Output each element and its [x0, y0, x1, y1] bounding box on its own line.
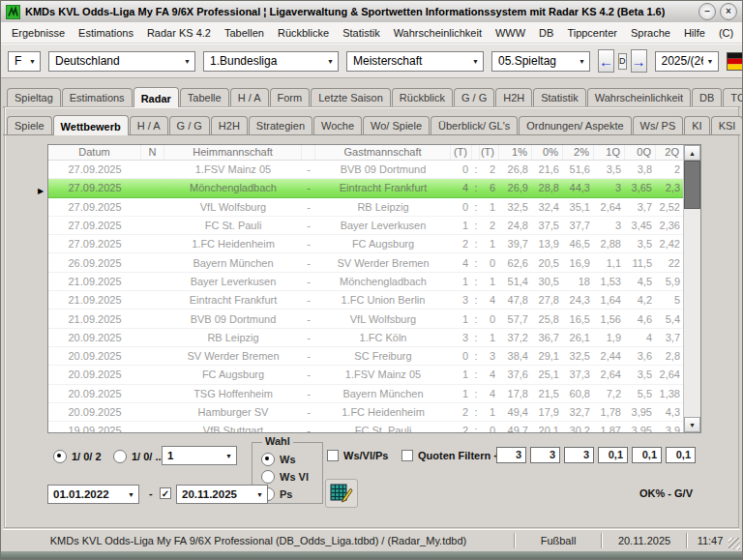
mode-radio-1-0-2[interactable]: 1/ 0/ 2: [53, 450, 102, 463]
scrollbar-down-button[interactable]: ▼: [684, 417, 700, 432]
table-row[interactable]: 21.09.2025Eintracht Frankfurt-1.FC Union…: [48, 291, 683, 309]
tab-ki[interactable]: KI: [684, 116, 709, 134]
tab-radar[interactable]: Radar: [134, 87, 179, 107]
quoten-filter-checkbox[interactable]: Quoten Filtern +/-: [401, 450, 506, 461]
tab-h-a[interactable]: H / A: [130, 116, 168, 134]
scrollbar-thumb[interactable]: [684, 161, 700, 209]
cell: 4: [451, 182, 472, 193]
tab-letzte-saison[interactable]: Letzte Saison: [311, 88, 391, 106]
season-combo[interactable]: 2025/(26) ▼: [655, 51, 719, 72]
wahl-radio-ps[interactable]: Ps: [261, 487, 322, 501]
tab-wettbewerb[interactable]: Wettbewerb: [53, 115, 129, 135]
table-row[interactable]: 21.09.2025Bayer Leverkusen-Mönchengladba…: [48, 273, 683, 291]
menu-item-c[interactable]: (C): [712, 25, 740, 41]
menubar: ErgebnisseEstimationsRadar KS 4.2Tabelle…: [1, 22, 742, 44]
combo-competition[interactable]: Meisterschaft▼: [346, 51, 484, 72]
next-arrow-button[interactable]: →: [631, 49, 647, 73]
minimize-button[interactable]: –: [698, 3, 716, 20]
table-row[interactable]: 27.09.2025Mönchengladbach-Eintracht Fran…: [48, 179, 683, 197]
wvp-checkbox[interactable]: Ws/Vl/Ps: [327, 450, 388, 461]
table-row[interactable]: 26.09.2025Bayern München-SV Werder Breme…: [48, 253, 683, 272]
quote-filter-input[interactable]: 0,1: [598, 447, 628, 463]
tab-h-a[interactable]: H / A: [230, 88, 269, 106]
close-button[interactable]: ×: [720, 3, 737, 20]
d-button[interactable]: D: [618, 53, 627, 70]
menu-item-wahrscheinlichkeit[interactable]: Wahrscheinlichkeit: [387, 25, 489, 41]
quote-filter-input[interactable]: 3: [496, 447, 526, 463]
quote-filter-input[interactable]: 0,1: [666, 447, 696, 463]
table-row[interactable]: 20.09.2025FC Augsburg-1.FSV Mainz 051:43…: [48, 366, 683, 384]
menu-item-sprache[interactable]: Sprache: [624, 25, 677, 41]
wahl-radio-ws-vl[interactable]: Ws Vl: [261, 470, 322, 484]
resize-grip[interactable]: [728, 538, 740, 549]
checkbox-label: Quoten Filtern +/-: [418, 450, 506, 461]
tab-woche[interactable]: Woche: [313, 116, 362, 134]
tab-ws-ps[interactable]: Ws/ PS: [633, 116, 684, 134]
tab-form[interactable]: Form: [270, 88, 311, 106]
combo-f[interactable]: F▼: [8, 51, 41, 72]
tab-spieltag[interactable]: Spieltag: [7, 88, 61, 106]
scrollbar-track[interactable]: [684, 209, 700, 417]
table-row[interactable]: 20.09.2025Hamburger SV-1.FC Heidenheim2:…: [48, 403, 683, 422]
table-row[interactable]: 27.09.20251.FC Heidenheim-FC Augsburg2:1…: [48, 235, 683, 253]
tab-h2h[interactable]: H2H: [495, 88, 532, 106]
menu-item-db[interactable]: DB: [532, 25, 560, 41]
scrollbar-up-button[interactable]: ▲: [684, 145, 700, 161]
cell: 18: [563, 276, 594, 287]
tab-wo-spiele[interactable]: Wo/ Spiele: [363, 116, 430, 134]
combo-country[interactable]: Deutschland▼: [48, 51, 195, 72]
table-row[interactable]: 20.09.2025SV Werder Bremen-SC Freiburg0:…: [48, 347, 683, 366]
mode-combo[interactable]: 1 ▼: [162, 446, 237, 465]
cell: VfL Wolfsburg: [315, 313, 451, 325]
tab-g-g[interactable]: G / G: [169, 116, 210, 134]
prev-arrow-button[interactable]: ←: [598, 49, 614, 73]
menu-item-www[interactable]: WWW: [489, 25, 532, 41]
german-flag-icon[interactable]: [727, 52, 743, 71]
tab-estimations[interactable]: Estimations: [62, 88, 133, 106]
menu-item-ergebnisse[interactable]: Ergebnisse: [5, 25, 72, 41]
menu-item-statistik[interactable]: Statistik: [336, 25, 387, 41]
combo-league[interactable]: 1.Bundesliga▼: [203, 51, 339, 72]
table-row[interactable]: 20.09.2025RB Leipzig-1.FC Köln3:137,236,…: [48, 329, 683, 347]
tab-tabelle[interactable]: Tabelle: [180, 88, 229, 106]
tab-wahrscheinlichkeit[interactable]: Wahrscheinlichkeit: [587, 88, 691, 106]
table-row[interactable]: 19.09.2025VfB Stuttgart-FC St. Pauli2:04…: [48, 422, 683, 432]
tab-tc[interactable]: TC: [723, 88, 743, 106]
chevron-down-icon: ▼: [579, 58, 585, 65]
grid-edit-button[interactable]: [325, 479, 358, 508]
tab-statistik[interactable]: Statistik: [533, 88, 586, 106]
wahl-radio-ws[interactable]: Ws: [261, 453, 322, 466]
tab-rückblick[interactable]: Rückblick: [392, 88, 453, 106]
date-checkbox[interactable]: ✓: [160, 487, 171, 499]
tab-spiele[interactable]: Spiele: [7, 116, 52, 134]
scrollbar[interactable]: ▲ ▼: [683, 145, 700, 432]
cell: 0: [451, 163, 472, 175]
quote-filter-input[interactable]: 3: [530, 447, 560, 463]
tab-db[interactable]: DB: [692, 88, 722, 106]
tab-g-g[interactable]: G / G: [454, 88, 494, 106]
menu-item-tippcenter[interactable]: Tippcenter: [560, 25, 624, 41]
tab-ordnungen-aspekte[interactable]: Ordnungen/ Aspekte: [519, 116, 631, 134]
menu-item-radar-ks-4-2[interactable]: Radar KS 4.2: [140, 25, 218, 41]
menu-item-hilfe[interactable]: Hilfe: [677, 25, 712, 41]
menu-item-estimations[interactable]: Estimations: [72, 25, 140, 41]
tab-h2h[interactable]: H2H: [211, 116, 248, 134]
tab-überblick-gl-s[interactable]: Überblick/ GL's: [431, 116, 518, 134]
date-from-combo[interactable]: 01.01.2022 ▼: [47, 485, 139, 504]
mode-radio-1-0-x[interactable]: 1/ 0/ ...: [113, 450, 164, 463]
date-to-combo[interactable]: 20.11.2025 ▼: [176, 485, 268, 504]
menu-item-rückblicke[interactable]: Rückblicke: [271, 25, 336, 41]
menu-item-tabellen[interactable]: Tabellen: [218, 25, 271, 41]
ok-gv-label: OK% - G/V: [639, 487, 693, 499]
table-row[interactable]: 27.09.20251.FSV Mainz 05-BVB 09 Dortmund…: [48, 161, 683, 179]
tab-strategien[interactable]: Strategien: [249, 116, 312, 134]
tab-ksi[interactable]: KSI: [711, 116, 743, 134]
header-cell: 1Q: [594, 145, 625, 160]
table-row[interactable]: 20.09.2025TSG Hoffenheim-Bayern München1…: [48, 385, 683, 403]
quote-filter-input[interactable]: 0,1: [632, 447, 662, 463]
table-row[interactable]: 27.09.2025VfL Wolfsburg-RB Leipzig0:132,…: [48, 198, 683, 217]
table-row[interactable]: 27.09.2025FC St. Pauli-Bayer Leverkusen1…: [48, 217, 683, 235]
combo-matchday[interactable]: 05.Spieltag▼: [491, 51, 590, 72]
table-row[interactable]: 21.09.2025BVB 09 Dortmund-VfL Wolfsburg1…: [48, 309, 683, 328]
quote-filter-input[interactable]: 3: [564, 447, 594, 463]
